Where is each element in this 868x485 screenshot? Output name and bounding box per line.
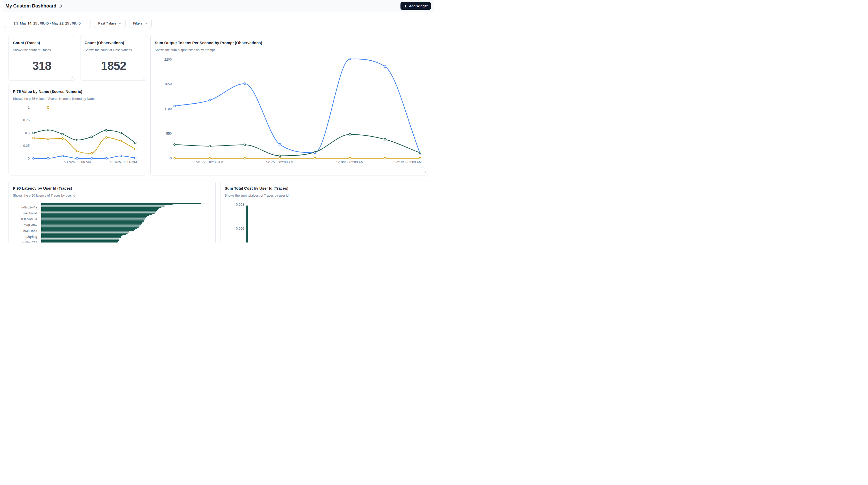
date-range-value: May 14, 25 : 08:45 - May 21, 25 : 08:45 [20, 22, 81, 25]
svg-text:5/17/25, 02:00 AM: 5/17/25, 02:00 AM [266, 160, 293, 164]
chevron-down-icon [145, 22, 148, 25]
count-value: 1852 [81, 59, 147, 73]
svg-text:u-8sq2w4a: u-8sq2w4a [22, 206, 37, 209]
widget-tokens-by-prompt: Sum Output Tokens Per Second by Prompt (… [150, 35, 428, 175]
widget-title: Count (Traces) [9, 35, 75, 45]
date-range-button[interactable]: May 14, 25 : 08:45 - May 21, 25 : 08:45 [4, 19, 91, 28]
date-preset-value: Past 7 days [98, 22, 117, 25]
svg-text:0.25: 0.25 [23, 144, 30, 148]
info-icon[interactable] [59, 4, 62, 8]
resize-handle[interactable] [71, 77, 72, 79]
filters-label: Filters [133, 22, 143, 25]
svg-text:0: 0 [170, 156, 172, 160]
svg-text:5/21/25, 02:00 AM: 5/21/25, 02:00 AM [394, 160, 422, 164]
chevron-down-icon [118, 22, 121, 25]
page-title-group: My Custom Dashboard [5, 3, 62, 9]
svg-text:5/21/25, 02:00 AM: 5/21/25, 02:00 AM [110, 160, 137, 164]
svg-text:2200: 2200 [164, 58, 172, 61]
widget-total-cost: Sum Total Cost by User Id (Traces) Shows… [220, 181, 428, 243]
dashboard-page: My Custom Dashboard Add Widget May 14, 2… [0, 0, 434, 243]
add-widget-button[interactable]: Add Widget [401, 2, 431, 10]
svg-text:u-5M8D56k: u-5M8D56k [20, 229, 37, 233]
svg-text:0.5: 0.5 [25, 131, 30, 135]
svg-text:0.006: 0.006 [236, 226, 244, 231]
svg-text:1650: 1650 [164, 82, 172, 86]
filters-dropdown[interactable]: Filters [129, 19, 152, 28]
page-title: My Custom Dashboard [5, 3, 57, 9]
svg-text:u-tFAR5TX: u-tFAR5TX [21, 217, 37, 221]
svg-text:5/15/25, 02:00 AM: 5/15/25, 02:00 AM [196, 160, 223, 164]
total-cost-bar-chart[interactable]: 0.0080.006 [220, 181, 428, 243]
date-preset-dropdown[interactable]: Past 7 days [94, 19, 126, 28]
tokens-by-prompt-line-chart[interactable]: 05501100165022005/15/25, 02:00 AM5/17/25… [151, 35, 428, 175]
svg-text:u-d3qr5cg: u-d3qr5cg [23, 235, 37, 239]
resize-handle[interactable] [424, 172, 426, 173]
svg-text:0.008: 0.008 [236, 203, 244, 206]
svg-text:0: 0 [28, 157, 30, 160]
p75-by-name-line-chart[interactable]: 00.250.50.7515/17/25, 02:00 AM5/21/25, 0… [9, 84, 147, 175]
resize-handle[interactable] [143, 77, 145, 79]
svg-text:1: 1 [28, 105, 30, 110]
p90-latency-bar-chart[interactable]: u-8sq2w4au-aobnuxfu-tFAR5TXu-zVqP3hwu-5M… [9, 181, 216, 243]
content-left-border [1, 12, 1, 243]
widget-title: Count (Observations) [81, 35, 147, 45]
svg-text:5/19/25, 02:00 AM: 5/19/25, 02:00 AM [336, 160, 364, 164]
svg-text:550: 550 [166, 131, 172, 135]
widget-p75-by-name: P 75 Value by Name (Scores Numeric) Show… [8, 84, 147, 175]
widget-count-observations: Count (Observations) Shows the count of … [80, 35, 147, 81]
toolbar: May 14, 25 : 08:45 - May 21, 25 : 08:45 … [4, 19, 152, 28]
add-widget-label: Add Widget [409, 4, 428, 8]
calendar-icon [14, 22, 18, 25]
widget-count-traces: Count (Traces) Shows the count of Traces… [8, 35, 75, 81]
count-value: 318 [9, 59, 75, 73]
svg-text:0.75: 0.75 [23, 118, 30, 122]
widget-p90-latency: P 90 Latency by User Id (Traces) Shows t… [8, 181, 216, 243]
widget-subtitle: Shows the count of Observations [81, 45, 147, 52]
widget-subtitle: Shows the count of Traces [9, 45, 75, 52]
plus-icon [404, 4, 407, 8]
resize-handle[interactable] [143, 172, 145, 173]
svg-text:u-8fVa9T3: u-8fVa9T3 [23, 241, 37, 243]
svg-text:u-aobnuxf: u-aobnuxf [23, 212, 37, 215]
svg-text:1100: 1100 [164, 107, 172, 111]
page-header: My Custom Dashboard Add Widget [3, 0, 434, 12]
svg-text:5/17/25, 02:00 AM: 5/17/25, 02:00 AM [63, 160, 91, 164]
svg-text:u-zVqP3hw: u-zVqP3hw [21, 223, 37, 227]
